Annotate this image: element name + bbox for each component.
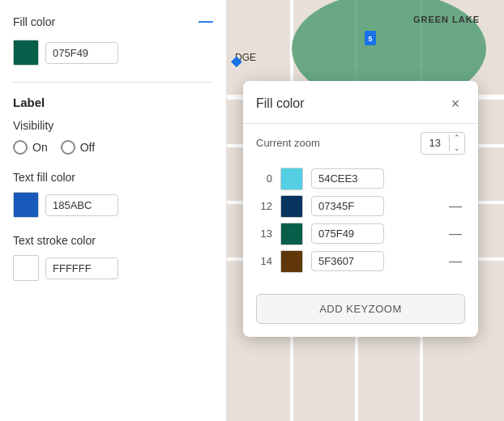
visibility-off-radio[interactable] <box>61 140 75 155</box>
current-zoom-label: Current zoom <box>256 137 320 149</box>
label-section-title: Label <box>13 82 213 109</box>
text-stroke-color-row <box>13 255 213 281</box>
visibility-off-option[interactable]: Off <box>61 140 95 155</box>
kz-zoom-12: 12 <box>256 200 272 212</box>
text-stroke-swatch[interactable] <box>13 255 39 281</box>
visibility-radio-group: On Off <box>13 140 213 155</box>
text-fill-hex-input[interactable] <box>45 194 118 216</box>
zoom-value: 13 <box>421 134 450 151</box>
visibility-on-option[interactable]: On <box>13 140 48 155</box>
kz-hex-0[interactable] <box>311 168 384 189</box>
zoom-arrows[interactable]: ⌃ ⌄ <box>450 133 464 154</box>
map-diamond-icon: ◆ <box>231 52 242 70</box>
fill-color-hex-input[interactable] <box>45 42 118 64</box>
keyzoom-list: 0 12 — 13 — 14 — <box>243 163 478 287</box>
kz-remove-12[interactable]: — <box>446 198 465 215</box>
kz-swatch-13[interactable] <box>280 223 303 245</box>
keyzoom-row-0: 0 <box>256 168 465 190</box>
text-stroke-hex-input[interactable] <box>45 257 118 279</box>
close-button[interactable]: × <box>446 94 465 113</box>
fill-color-section: Fill color — <box>13 13 213 30</box>
text-fill-swatch[interactable] <box>13 192 39 218</box>
kz-swatch-0[interactable] <box>280 168 303 190</box>
fill-color-label: Fill color <box>13 15 55 28</box>
fill-color-popup: Fill color × Current zoom 13 ⌃ ⌄ 0 12 — <box>243 81 478 337</box>
kz-zoom-0: 0 <box>256 172 272 185</box>
visibility-on-label: On <box>32 141 48 154</box>
kz-hex-13[interactable] <box>311 223 384 244</box>
text-fill-color-label: Text fill color <box>13 171 213 184</box>
kz-hex-12[interactable] <box>311 196 384 216</box>
kz-zoom-13: 13 <box>256 228 272 240</box>
text-stroke-color-label: Text stroke color <box>13 234 213 247</box>
keyzoom-row-13: 13 — <box>256 223 465 245</box>
kz-hex-14[interactable] <box>311 251 384 271</box>
keyzoom-row-14: 14 — <box>256 250 465 273</box>
green-lake-label: GREEN LAKE <box>413 15 480 24</box>
popup-header: Fill color × <box>243 81 478 124</box>
popup-title: Fill color <box>256 96 305 111</box>
kz-remove-13[interactable]: — <box>446 225 465 243</box>
fill-color-minus-icon[interactable]: — <box>199 13 213 30</box>
kz-swatch-12[interactable] <box>280 195 303 218</box>
visibility-on-radio[interactable] <box>13 140 28 155</box>
zoom-down-arrow[interactable]: ⌄ <box>450 143 464 154</box>
kz-swatch-14[interactable] <box>280 250 303 273</box>
zoom-control[interactable]: 13 ⌃ ⌄ <box>421 132 465 155</box>
text-fill-color-row <box>13 192 213 218</box>
current-zoom-row: Current zoom 13 ⌃ ⌄ <box>243 124 478 163</box>
add-keyzoom-button[interactable]: ADD KEYZOOM <box>256 294 465 324</box>
fill-color-swatch[interactable] <box>13 40 39 66</box>
visibility-off-label: Off <box>80 141 95 154</box>
svg-text:5: 5 <box>368 35 372 43</box>
keyzoom-row-12: 12 — <box>256 195 465 218</box>
visibility-label: Visibility <box>13 119 213 132</box>
kz-zoom-14: 14 <box>256 255 272 267</box>
fill-color-input-row <box>13 40 213 66</box>
zoom-up-arrow[interactable]: ⌃ <box>450 133 464 143</box>
kz-remove-14[interactable]: — <box>446 253 465 270</box>
left-panel: Fill color — Label Visibility On Off Tex… <box>0 0 227 421</box>
